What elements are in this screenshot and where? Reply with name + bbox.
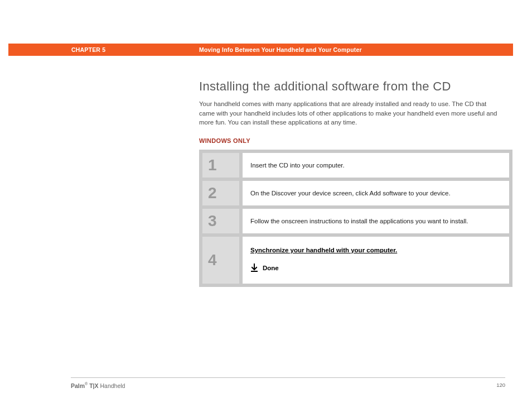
step-number: 4 xyxy=(202,237,239,284)
step-body: Synchronize your handheld with your comp… xyxy=(243,237,509,284)
step-number: 1 xyxy=(202,153,239,178)
footer-brand: Palm® T|X Handheld xyxy=(71,382,125,389)
steps-block: 1 Insert the CD into your computer. 2 On… xyxy=(199,150,512,287)
synchronize-link[interactable]: Synchronize your handheld with your comp… xyxy=(250,247,397,253)
done-row: Done xyxy=(250,264,279,272)
page-number: 120 xyxy=(496,382,505,388)
page-heading: Installing the additional software from … xyxy=(199,79,511,94)
platform-tag: WINDOWS ONLY xyxy=(199,137,511,144)
step-number: 3 xyxy=(202,209,239,233)
step-row: 3 Follow the onscreen instructions to in… xyxy=(202,209,509,233)
footer-rule xyxy=(71,377,505,378)
intro-paragraph: Your handheld comes with many applicatio… xyxy=(199,99,503,127)
footer-model: T|X xyxy=(88,382,98,389)
step-text: On the Discover your device screen, clic… xyxy=(250,190,451,197)
footer-brand-name: Palm xyxy=(71,382,85,389)
done-label: Done xyxy=(263,265,279,271)
step-body: On the Discover your device screen, clic… xyxy=(243,181,509,205)
footer-rest: Handheld xyxy=(99,382,125,389)
step-number: 2 xyxy=(202,181,239,205)
step-row: 4 Synchronize your handheld with your co… xyxy=(202,237,509,284)
done-arrow-icon xyxy=(250,264,258,272)
step-body: Insert the CD into your computer. xyxy=(243,153,509,178)
step-row: 1 Insert the CD into your computer. xyxy=(202,153,509,178)
step-text: Follow the onscreen instructions to inst… xyxy=(250,218,468,224)
step-row: 2 On the Discover your device screen, cl… xyxy=(202,181,509,205)
chapter-title: Moving Info Between Your Handheld and Yo… xyxy=(199,46,362,53)
main-content: Installing the additional software from … xyxy=(199,79,511,287)
chapter-label: CHAPTER 5 xyxy=(71,46,105,53)
step-text: Insert the CD into your computer. xyxy=(250,162,345,169)
step-body: Follow the onscreen instructions to inst… xyxy=(243,209,509,233)
chapter-header-bar: CHAPTER 5 Moving Info Between Your Handh… xyxy=(8,44,513,56)
